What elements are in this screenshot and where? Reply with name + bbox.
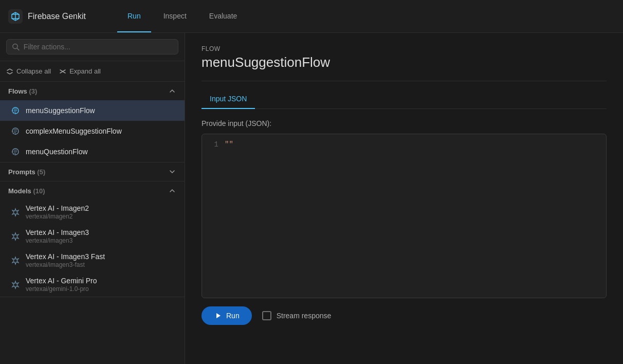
model-item-1[interactable]: Vertex AI - Imagen3 vertexai/imagen3: [0, 224, 185, 248]
main-content: Flow menuSuggestionFlow Input JSON Provi…: [185, 33, 623, 364]
sidebar-item-menuquestionflow[interactable]: menuQuestionFlow: [0, 141, 185, 162]
models-section-title: Models (10): [8, 187, 45, 195]
search-input[interactable]: [24, 43, 173, 51]
prompts-section: Prompts (5): [0, 162, 185, 181]
chevron-down-icon: [168, 168, 176, 176]
model-item-2[interactable]: Vertex AI - Imagen3 Fast vertexai/imagen…: [0, 248, 185, 272]
collapse-icon: [6, 68, 13, 75]
model-icon-2: [10, 256, 21, 266]
flow-icon-2: [10, 147, 21, 157]
search-bar: [0, 33, 185, 61]
brand: Firebase Genkit: [8, 9, 101, 24]
flow-icon-1: [10, 126, 21, 136]
stream-response-wrapper[interactable]: Stream response: [262, 311, 332, 320]
flows-section: Flows (3): [0, 82, 185, 162]
model-icon-0: [10, 207, 21, 217]
run-play-icon: [214, 312, 222, 320]
prompts-section-header[interactable]: Prompts (5): [0, 162, 185, 181]
chevron-up-icon: [168, 87, 176, 95]
run-button[interactable]: Run: [201, 306, 252, 325]
prompts-section-title: Prompts (5): [8, 168, 45, 176]
line-numbers: 1: [208, 140, 218, 292]
brand-label: Firebase Genkit: [28, 12, 86, 21]
sidebar: Collapse all Expand all Flows (3): [0, 33, 185, 364]
flows-section-header[interactable]: Flows (3): [0, 82, 185, 100]
sidebar-item-menusuggestionflow[interactable]: menuSuggestionFlow: [0, 100, 185, 121]
expand-all-button[interactable]: Expand all: [59, 65, 101, 77]
model-item-3[interactable]: Vertex AI - Gemini Pro vertexai/gemini-1…: [0, 272, 185, 297]
collapse-all-button[interactable]: Collapse all: [6, 65, 51, 77]
flow-title: menuSuggestionFlow: [201, 54, 607, 70]
models-section-header[interactable]: Models (10): [0, 181, 185, 200]
model-info-0: Vertex AI - Imagen2 vertexai/imagen2: [26, 204, 89, 220]
json-editor[interactable]: 1 "": [201, 134, 607, 298]
search-input-wrapper[interactable]: [6, 39, 178, 54]
search-icon: [12, 43, 20, 51]
editor-content[interactable]: "": [225, 140, 600, 292]
models-section: Models (10) V: [0, 181, 185, 297]
model-info-2: Vertex AI - Imagen3 Fast vertexai/imagen…: [26, 252, 105, 268]
flows-list: menuSuggestionFlow complexMenuSuggestion…: [0, 100, 185, 162]
flows-section-title: Flows (3): [8, 87, 37, 95]
tab-evaluate[interactable]: Evaluate: [199, 0, 247, 32]
model-info-1: Vertex AI - Imagen3 vertexai/imagen3: [26, 228, 89, 244]
flow-icon-0: [10, 105, 21, 116]
tab-input-json[interactable]: Input JSON: [201, 89, 255, 109]
sidebar-content: Flows (3): [0, 82, 185, 364]
flow-item-label-2: menuQuestionFlow: [26, 148, 88, 156]
top-nav: Firebase Genkit Run Inspect Evaluate: [0, 0, 623, 33]
model-item-0[interactable]: Vertex AI - Imagen2 vertexai/imagen2: [0, 200, 185, 224]
svg-line-2: [17, 48, 19, 50]
main-layout: Collapse all Expand all Flows (3): [0, 33, 623, 364]
collapse-expand-row: Collapse all Expand all: [0, 61, 185, 82]
header-divider: [201, 81, 607, 81]
chevron-up-icon-models: [168, 187, 176, 195]
stream-checkbox[interactable]: [262, 311, 271, 320]
tab-inspect[interactable]: Inspect: [153, 0, 197, 32]
content-tabs: Input JSON: [201, 89, 607, 109]
stream-response-label: Stream response: [277, 312, 332, 320]
input-label: Provide input (JSON):: [201, 119, 607, 128]
model-icon-3: [10, 280, 21, 290]
model-info-3: Vertex AI - Gemini Pro vertexai/gemini-1…: [26, 277, 97, 293]
expand-icon: [59, 68, 66, 75]
flow-label: Flow: [201, 45, 607, 52]
firebase-genkit-icon: [8, 9, 23, 24]
models-list: Vertex AI - Imagen2 vertexai/imagen2 Ver…: [0, 200, 185, 297]
flow-item-label-1: complexMenuSuggestionFlow: [26, 127, 122, 135]
tab-run[interactable]: Run: [117, 0, 151, 32]
bottom-bar: Run Stream response: [201, 306, 607, 325]
nav-tabs: Run Inspect Evaluate: [117, 0, 247, 32]
model-icon-1: [10, 231, 21, 242]
flow-item-label-0: menuSuggestionFlow: [26, 106, 95, 115]
sidebar-item-complexmenusuggestionflow[interactable]: complexMenuSuggestionFlow: [0, 121, 185, 141]
